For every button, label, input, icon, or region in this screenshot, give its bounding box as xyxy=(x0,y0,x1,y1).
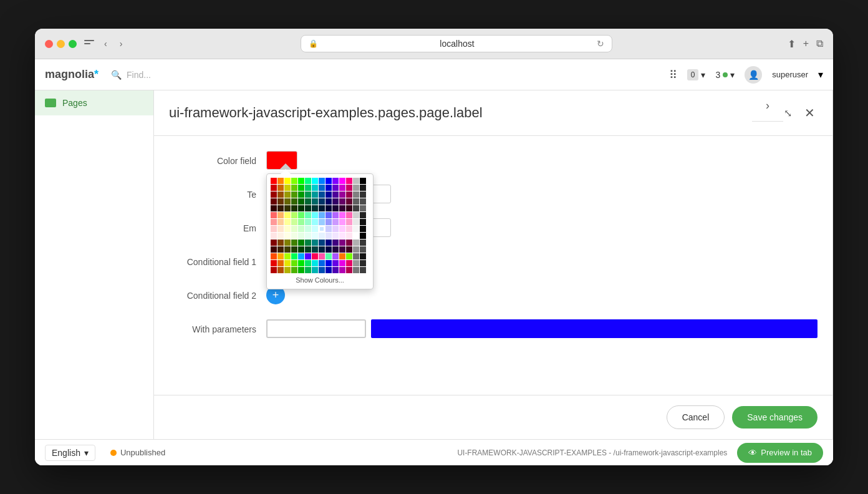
color-cell[interactable] xyxy=(360,246,366,253)
color-cell[interactable] xyxy=(346,191,352,198)
color-cell[interactable] xyxy=(326,178,332,184)
color-cell[interactable] xyxy=(291,246,297,253)
color-cell[interactable] xyxy=(332,253,339,259)
color-cell[interactable] xyxy=(312,267,318,273)
color-cell[interactable] xyxy=(339,240,345,246)
color-cell[interactable] xyxy=(291,226,297,232)
color-cell[interactable] xyxy=(339,178,345,184)
color-cell[interactable] xyxy=(346,198,352,205)
color-cell[interactable] xyxy=(312,178,318,184)
color-cell[interactable] xyxy=(346,246,352,253)
color-cell[interactable] xyxy=(332,267,339,273)
color-cell[interactable] xyxy=(339,191,345,198)
color-cell[interactable] xyxy=(339,246,345,253)
color-cell[interactable] xyxy=(326,219,332,225)
color-cell[interactable] xyxy=(298,246,304,253)
color-cell[interactable] xyxy=(312,246,318,253)
color-cell[interactable] xyxy=(305,212,311,218)
color-cell[interactable] xyxy=(332,233,339,239)
forward-button[interactable]: › xyxy=(117,37,125,50)
color-cell[interactable] xyxy=(353,219,359,225)
color-cell[interactable] xyxy=(298,191,304,198)
color-cell[interactable] xyxy=(277,178,284,184)
sidebar-toggle-icon[interactable] xyxy=(84,40,94,47)
color-cell[interactable] xyxy=(305,191,311,198)
color-cell[interactable] xyxy=(353,185,359,191)
color-cell[interactable] xyxy=(360,178,366,184)
color-cell[interactable] xyxy=(271,178,277,184)
color-cell[interactable] xyxy=(271,233,277,239)
color-cell[interactable] xyxy=(319,205,325,211)
color-cell[interactable] xyxy=(319,226,325,232)
color-cell[interactable] xyxy=(298,185,304,191)
color-cell[interactable] xyxy=(277,226,284,232)
color-cell[interactable] xyxy=(346,205,352,211)
color-cell[interactable] xyxy=(284,212,291,218)
color-cell[interactable] xyxy=(284,185,291,191)
color-cell[interactable] xyxy=(326,267,332,273)
color-cell[interactable] xyxy=(284,260,291,266)
color-cell[interactable] xyxy=(277,212,284,218)
color-cell[interactable] xyxy=(291,191,297,198)
color-cell[interactable] xyxy=(353,198,359,205)
color-cell[interactable] xyxy=(346,240,352,246)
color-cell[interactable] xyxy=(360,226,366,232)
color-cell[interactable] xyxy=(326,185,332,191)
color-cell[interactable] xyxy=(284,253,291,259)
color-cell[interactable] xyxy=(360,267,366,273)
color-cell[interactable] xyxy=(271,205,277,211)
color-cell[interactable] xyxy=(332,219,339,225)
color-cell[interactable] xyxy=(339,260,345,266)
color-cell[interactable] xyxy=(339,185,345,191)
color-cell[interactable] xyxy=(319,267,325,273)
show-colors-button[interactable]: Show Colours... xyxy=(271,274,369,285)
color-cell[interactable] xyxy=(353,226,359,232)
color-cell[interactable] xyxy=(346,219,352,225)
color-cell[interactable] xyxy=(305,246,311,253)
color-cell[interactable] xyxy=(319,246,325,253)
color-cell[interactable] xyxy=(326,246,332,253)
color-cell[interactable] xyxy=(319,198,325,205)
color-cell[interactable] xyxy=(291,267,297,273)
color-cell[interactable] xyxy=(291,253,297,259)
color-cell[interactable] xyxy=(284,267,291,273)
color-cell[interactable] xyxy=(291,205,297,211)
color-cell[interactable] xyxy=(353,178,359,184)
color-cell[interactable] xyxy=(277,246,284,253)
user-avatar-icon[interactable]: 👤 xyxy=(745,66,762,84)
color-cell[interactable] xyxy=(305,240,311,246)
color-cell[interactable] xyxy=(339,226,345,232)
refresh-icon[interactable]: ↻ xyxy=(597,39,604,49)
color-cell[interactable] xyxy=(339,253,345,259)
color-cell[interactable] xyxy=(291,178,297,184)
color-cell[interactable] xyxy=(360,219,366,225)
color-cell[interactable] xyxy=(305,185,311,191)
color-cell[interactable] xyxy=(284,198,291,205)
color-cell[interactable] xyxy=(360,212,366,218)
color-cell[interactable] xyxy=(277,185,284,191)
color-cell[interactable] xyxy=(305,178,311,184)
color-cell[interactable] xyxy=(277,253,284,259)
color-cell[interactable] xyxy=(271,267,277,273)
color-cell[interactable] xyxy=(346,260,352,266)
color-cell[interactable] xyxy=(277,198,284,205)
color-cell[interactable] xyxy=(291,260,297,266)
color-cell[interactable] xyxy=(339,233,345,239)
color-cell[interactable] xyxy=(271,226,277,232)
color-cell[interactable] xyxy=(277,267,284,273)
color-cell[interactable] xyxy=(298,253,304,259)
color-cell[interactable] xyxy=(319,240,325,246)
color-cell[interactable] xyxy=(332,240,339,246)
color-cell[interactable] xyxy=(291,212,297,218)
color-cell[interactable] xyxy=(298,233,304,239)
language-selector[interactable]: English ▾ xyxy=(45,445,95,461)
color-cell[interactable] xyxy=(284,233,291,239)
color-cell[interactable] xyxy=(305,219,311,225)
minimize-traffic-light[interactable] xyxy=(57,40,65,48)
color-cell[interactable] xyxy=(291,198,297,205)
color-cell[interactable] xyxy=(332,260,339,266)
color-cell[interactable] xyxy=(332,246,339,253)
color-cell[interactable] xyxy=(346,233,352,239)
tabs-icon[interactable]: ⧉ xyxy=(816,38,823,50)
color-cell[interactable] xyxy=(339,198,345,205)
